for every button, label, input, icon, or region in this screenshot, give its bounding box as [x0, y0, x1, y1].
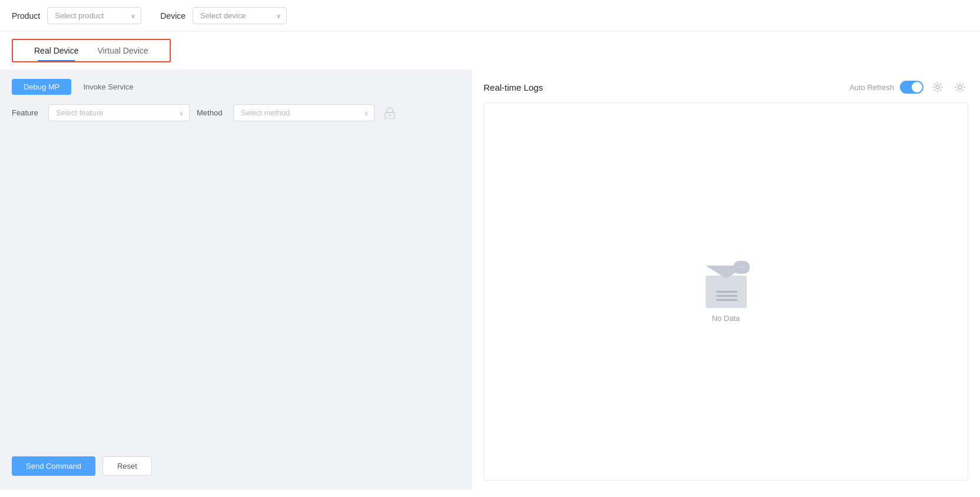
product-label: Product — [12, 11, 40, 21]
envelope-line — [716, 295, 737, 297]
sub-tab-invoke-service[interactable]: Invoke Service — [71, 79, 145, 95]
envelope-body — [706, 276, 747, 308]
feature-select-wrapper[interactable]: Select feature — [48, 104, 190, 121]
reset-button[interactable]: Reset — [102, 456, 152, 476]
lock-icon-wrapper — [382, 105, 398, 121]
right-panel-title: Real-time Logs — [484, 82, 543, 92]
left-panel: Debug MP Invoke Service Feature Select f… — [0, 69, 471, 490]
method-select[interactable]: Select method — [233, 104, 375, 121]
auto-refresh-toggle[interactable] — [900, 81, 923, 94]
no-data-container: No Data — [703, 261, 750, 323]
chat-bubble-icon — [733, 261, 750, 274]
feature-label: Feature — [12, 108, 41, 117]
sub-tabs: Debug MP Invoke Service — [12, 79, 459, 95]
top-bar: Product Select product Device Select dev… — [0, 0, 980, 32]
tab-virtual-device[interactable]: Virtual Device — [88, 40, 157, 61]
tab-real-device[interactable]: Real Device — [25, 40, 88, 61]
device-label: Device — [160, 11, 186, 21]
no-data-icon — [703, 261, 750, 308]
settings-icon[interactable] — [929, 79, 946, 95]
device-select-wrapper[interactable]: Select device — [193, 7, 287, 24]
lock-icon — [385, 107, 395, 119]
right-panel: Real-time Logs Auto Refresh — [471, 69, 980, 490]
right-controls: Auto Refresh — [849, 79, 968, 95]
no-data-text: No Data — [712, 314, 740, 323]
right-header: Real-time Logs Auto Refresh — [484, 79, 968, 95]
main-layout: Debug MP Invoke Service Feature Select f… — [0, 69, 980, 490]
svg-point-3 — [958, 85, 962, 89]
method-label: Method — [197, 108, 226, 117]
svg-point-1 — [389, 114, 391, 116]
product-select[interactable]: Select product — [47, 7, 141, 24]
feature-select[interactable]: Select feature — [48, 104, 190, 121]
product-select-wrapper[interactable]: Select product — [47, 7, 141, 24]
device-tabs-row: Real Device Virtual Device — [12, 39, 171, 62]
envelope-line — [716, 291, 737, 293]
toggle-slider — [900, 81, 923, 94]
content-area — [12, 131, 459, 447]
auto-refresh-label: Auto Refresh — [849, 83, 894, 92]
method-select-wrapper[interactable]: Select method — [233, 104, 375, 121]
filter-row: Feature Select feature Method Select met… — [12, 104, 459, 121]
send-command-button[interactable]: Send Command — [12, 456, 95, 476]
envelope-line — [716, 299, 737, 301]
sub-tab-debug-mp[interactable]: Debug MP — [12, 79, 71, 95]
device-select[interactable]: Select device — [193, 7, 287, 24]
svg-point-2 — [936, 85, 939, 89]
bottom-buttons: Send Command Reset — [12, 447, 459, 481]
more-settings-icon[interactable] — [952, 79, 968, 95]
log-area: No Data — [484, 102, 968, 481]
envelope-lines — [716, 291, 737, 301]
